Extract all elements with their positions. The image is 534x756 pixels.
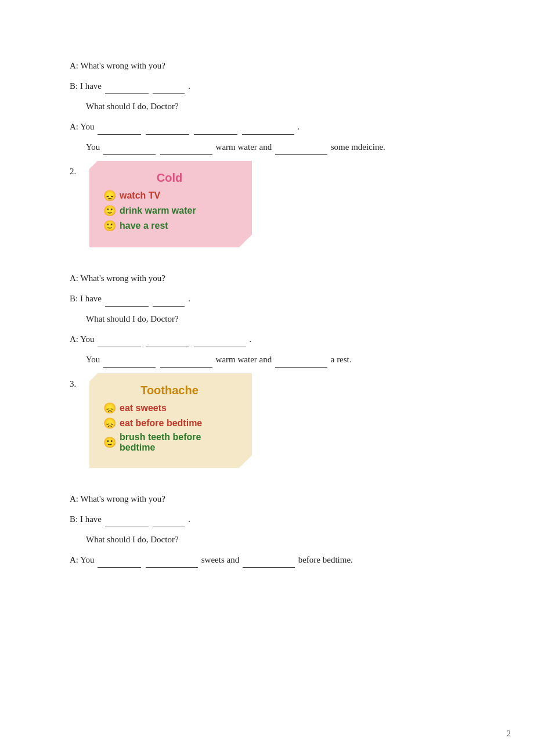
line-a2-sub: You warm water and some mdeicine. — [70, 139, 464, 155]
card-number-2: 2. — [70, 167, 81, 177]
blank-a2-3[interactable] — [194, 125, 237, 135]
card-item-drink-warm: 🙂 drink warm water — [103, 204, 236, 217]
blank-b1-2[interactable] — [153, 85, 185, 95]
smile-emoji-2: 🙂 — [103, 219, 116, 232]
blank-b5-1[interactable] — [105, 518, 149, 528]
text-a3: A: What's wrong with you? — [70, 273, 165, 283]
blank-a4-1[interactable] — [98, 338, 141, 348]
qa-section-1: A: What's wrong with you? B: I have . Wh… — [70, 58, 464, 155]
card-number-3: 3. — [70, 379, 81, 389]
text-b3-suffix: . — [188, 294, 190, 303]
card-title-cold: Cold — [103, 171, 236, 185]
card-section-2: 2. Cold 😞 watch TV 🙂 drink warm water 🙂 … — [70, 161, 464, 247]
blank-a2s-2[interactable] — [160, 146, 212, 156]
text-a6-prefix: A: You — [70, 555, 96, 564]
text-a1: A: What's wrong with you? — [70, 61, 165, 70]
text-b5-prefix: B: I have — [70, 514, 104, 524]
qa-section-2: A: What's wrong with you? B: I have . Wh… — [70, 271, 464, 368]
card-item-eat-sweets: 😞 eat sweets — [103, 402, 236, 415]
text-a5: A: What's wrong with you? — [70, 494, 165, 503]
text-a4-prefix: A: You — [70, 334, 96, 344]
text-a4-sub-suffix: a rest. — [331, 355, 352, 364]
text-a2-sub-suffix: some mdeicine. — [331, 142, 385, 152]
blank-a6-3[interactable] — [243, 559, 295, 568]
blank-a4-3[interactable] — [194, 338, 246, 348]
card-item-label-eat-bedtime: eat before bedtime — [120, 418, 202, 429]
text-b5-sub: What should I do, Doctor? — [86, 535, 179, 544]
text-a2-sub-mid: warm water and — [216, 142, 274, 152]
text-b5-suffix: . — [188, 514, 190, 524]
text-a4-sub-prefix: You — [86, 355, 102, 364]
blank-a4s-2[interactable] — [160, 358, 212, 368]
text-a6-suffix: before bedtime. — [298, 555, 353, 564]
card-item-brush-teeth: 🙂 brush teeth beforebedtime — [103, 432, 236, 453]
line-a3: A: What's wrong with you? — [70, 271, 464, 286]
text-b1-sub: What should I do, Doctor? — [86, 102, 179, 111]
card-toothache: Toothache 😞 eat sweets 😞 eat before bedt… — [89, 373, 252, 468]
line-a4-sub: You warm water and a rest. — [70, 352, 464, 368]
smile-emoji-3: 🙂 — [103, 436, 116, 449]
card-item-eat-bedtime: 😞 eat before bedtime — [103, 417, 236, 430]
text-a6-mid: sweets and — [201, 555, 241, 564]
smile-emoji-1: 🙂 — [103, 204, 116, 217]
blank-a2-4[interactable] — [242, 125, 294, 135]
blank-a6-2[interactable] — [146, 559, 198, 568]
blank-b3-2[interactable] — [153, 297, 185, 307]
text-b1-suffix: . — [188, 81, 190, 91]
line-a5: A: What's wrong with you? — [70, 491, 464, 507]
blank-a4s-1[interactable] — [103, 358, 156, 368]
card-item-watch-tv: 😞 watch TV — [103, 189, 236, 202]
blank-a4s-3[interactable] — [275, 358, 327, 368]
blank-a2-1[interactable] — [98, 125, 141, 135]
card-title-toothache: Toothache — [103, 384, 236, 397]
text-b1-prefix: B: I have — [70, 81, 104, 91]
card-item-label-eat-sweets: eat sweets — [120, 403, 167, 413]
sad-emoji-2: 😞 — [103, 402, 116, 415]
line-b1-sub: What should I do, Doctor? — [70, 99, 464, 114]
blank-a2s-1[interactable] — [103, 146, 156, 156]
blank-b1-1[interactable] — [105, 85, 149, 95]
line-b3-sub: What should I do, Doctor? — [70, 311, 464, 327]
card-item-label-drink-warm: drink warm water — [120, 206, 196, 216]
line-a4: A: You . — [70, 332, 464, 347]
sad-emoji-1: 😞 — [103, 189, 116, 202]
blank-a2s-3[interactable] — [275, 146, 327, 156]
card-item-label-brush-teeth: brush teeth beforebedtime — [120, 432, 201, 453]
line-b3: B: I have . — [70, 291, 464, 307]
line-b5: B: I have . — [70, 512, 464, 527]
page-number: 2 — [507, 729, 511, 739]
qa-section-3: A: What's wrong with you? B: I have . Wh… — [70, 491, 464, 568]
text-a4-suffix: . — [250, 334, 252, 344]
blank-a4-2[interactable] — [146, 338, 189, 348]
text-a2-suffix: . — [297, 122, 300, 131]
card-cold: Cold 😞 watch TV 🙂 drink warm water 🙂 hav… — [89, 161, 252, 247]
text-b3-sub: What should I do, Doctor? — [86, 314, 179, 323]
blank-a6-1[interactable] — [98, 559, 141, 568]
card-item-label-have-rest: have a rest — [120, 221, 168, 231]
line-b5-sub: What should I do, Doctor? — [70, 532, 464, 548]
blank-b3-1[interactable] — [105, 297, 149, 307]
blank-b5-2[interactable] — [153, 518, 185, 528]
text-a2-prefix: A: You — [70, 122, 96, 131]
card-section-3: 3. Toothache 😞 eat sweets 😞 eat before b… — [70, 373, 464, 468]
card-item-label-watch-tv: watch TV — [120, 190, 160, 201]
sad-emoji-3: 😞 — [103, 417, 116, 430]
line-b-1: B: I have . — [70, 78, 464, 94]
card-item-have-rest: 🙂 have a rest — [103, 219, 236, 232]
line-a2: A: You . — [70, 119, 464, 135]
text-b3-prefix: B: I have — [70, 294, 104, 303]
blank-a2-2[interactable] — [146, 125, 189, 135]
line-a-1: A: What's wrong with you? — [70, 58, 464, 74]
text-a2-sub-prefix: You — [86, 142, 102, 152]
text-a4-sub-mid: warm water and — [216, 355, 274, 364]
line-a6: A: You sweets and before bedtime. — [70, 552, 464, 568]
